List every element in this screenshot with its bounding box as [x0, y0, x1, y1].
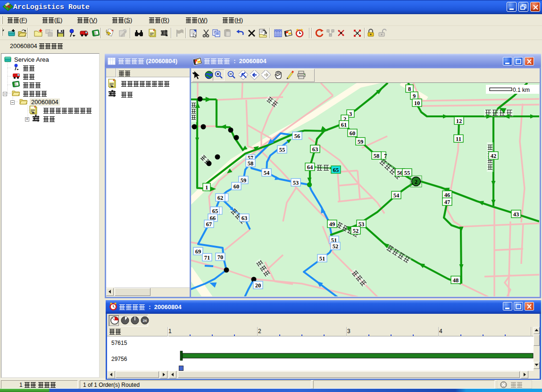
svg-text:64: 64	[307, 164, 313, 171]
svg-text:9: 9	[413, 93, 416, 99]
svg-text:8: 8	[408, 86, 411, 92]
svg-text:1: 1	[205, 184, 208, 191]
svg-text:69: 69	[195, 248, 201, 255]
svg-text:48: 48	[453, 277, 459, 284]
svg-text:10: 10	[414, 100, 420, 106]
svg-text:67: 67	[206, 221, 212, 228]
svg-text:3: 3	[349, 111, 352, 117]
svg-text:65: 65	[212, 208, 218, 214]
svg-text:58: 58	[248, 160, 254, 167]
svg-text:47: 47	[444, 199, 450, 205]
svg-text:7: 7	[384, 153, 387, 159]
svg-text:63: 63	[312, 146, 318, 153]
svg-text:61: 61	[341, 122, 347, 128]
svg-text:60: 60	[350, 130, 356, 137]
svg-text:20: 20	[255, 282, 261, 289]
svg-text:46: 46	[444, 192, 450, 198]
svg-text:52: 52	[333, 243, 339, 250]
svg-text:43: 43	[513, 211, 519, 218]
svg-text:42: 42	[491, 153, 497, 159]
svg-text:0.1 km: 0.1 km	[513, 87, 530, 93]
svg-text:54: 54	[393, 192, 400, 199]
svg-text:53: 53	[293, 180, 299, 186]
svg-text:24: 24	[143, 319, 147, 322]
svg-text:62: 62	[217, 195, 224, 201]
svg-text:54: 54	[264, 170, 270, 176]
svg-text:55: 55	[404, 170, 410, 176]
svg-text:65: 65	[333, 167, 339, 173]
svg-text:12: 12	[456, 118, 462, 124]
svg-text:63: 63	[242, 215, 248, 221]
svg-text:60: 60	[233, 183, 240, 190]
svg-text:49: 49	[329, 221, 335, 228]
svg-text:71: 71	[204, 254, 210, 261]
svg-text:70: 70	[217, 254, 224, 261]
svg-text:59: 59	[358, 139, 364, 145]
svg-text:11: 11	[456, 136, 461, 142]
svg-text:51: 51	[319, 255, 325, 262]
svg-text:58: 58	[374, 153, 380, 159]
svg-text:2: 2	[415, 179, 417, 185]
svg-text:56: 56	[294, 133, 300, 139]
svg-text:52: 52	[353, 228, 359, 234]
svg-text:55: 55	[279, 147, 285, 153]
